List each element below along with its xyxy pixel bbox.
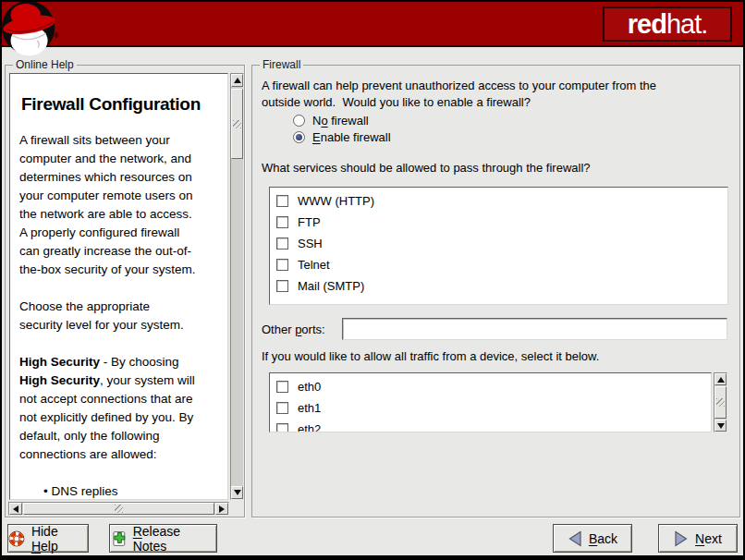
document-plus-icon: [110, 530, 127, 547]
service-label: SSH: [298, 237, 323, 250]
checkbox-icon[interactable]: [276, 381, 288, 393]
service-row[interactable]: FTP: [276, 212, 727, 233]
release-notes-label: Release Notes: [133, 524, 216, 554]
help-paragraph-3: High Security - By choosing High Securit…: [19, 353, 220, 464]
device-label: eth2: [298, 422, 321, 432]
other-ports-label: Other ports:: [262, 322, 325, 338]
help-title: Firewall Configuration: [21, 94, 220, 115]
service-label: Telnet: [298, 258, 330, 272]
vertical-scroll-thumb[interactable]: [714, 386, 727, 419]
device-label: eth1: [298, 401, 321, 415]
life-preserver-icon: [8, 530, 25, 547]
redhat-shadowman-icon: [2, 2, 60, 60]
service-row[interactable]: SSH: [276, 233, 727, 254]
service-label: FTP: [298, 215, 321, 229]
device-label: eth0: [298, 380, 321, 394]
wordmark-bold-text: red: [628, 9, 666, 40]
service-row[interactable]: Telnet: [276, 254, 727, 275]
wordmark-regular-text: hat.: [666, 9, 707, 40]
main-content: Online Help Firewall Configuration A fir…: [2, 47, 743, 555]
service-label: WWW (HTTP): [298, 194, 374, 208]
header-banner: redhat.: [2, 2, 743, 45]
radio-enable-firewall-label: Enable firewall: [312, 130, 391, 144]
service-row[interactable]: WWW (HTTP): [276, 190, 727, 212]
thumb-grip-icon: [716, 398, 725, 407]
online-help-frame-label: Online Help: [13, 58, 77, 71]
arrow-right-icon: [674, 530, 689, 547]
checkbox-icon[interactable]: [276, 237, 288, 250]
scroll-down-button[interactable]: [231, 486, 243, 499]
arrow-up-icon: [717, 377, 725, 383]
device-question-text: If you would like to allow all traffic f…: [262, 348, 599, 365]
registered-trademark: ®: [54, 31, 59, 40]
service-label: Mail (SMTP): [298, 279, 364, 293]
service-row[interactable]: Mail (SMTP): [276, 275, 727, 297]
help-bullet-item: • DNS replies: [19, 482, 220, 500]
next-button[interactable]: Next: [658, 524, 738, 553]
back-label: Back: [589, 531, 617, 546]
device-row[interactable]: eth2: [276, 419, 711, 432]
redhat-wordmark: redhat.: [603, 6, 732, 42]
installer-window: redhat. ® Online Help Firewall Configura…: [0, 0, 745, 560]
checkbox-icon[interactable]: [276, 280, 288, 292]
firewall-frame: Firewall A firewall can help prevent una…: [251, 65, 740, 517]
arrow-left-icon: [13, 505, 18, 513]
services-list[interactable]: WWW (HTTP) FTP SSH Telnet Mail (SMTP): [269, 187, 728, 305]
checkbox-icon[interactable]: [276, 423, 288, 432]
devices-list[interactable]: eth0 eth1 eth2: [269, 372, 712, 432]
checkbox-icon[interactable]: [276, 195, 288, 207]
release-notes-button[interactable]: Release Notes: [109, 524, 217, 553]
radio-button-icon[interactable]: [293, 131, 305, 143]
radio-enable-firewall[interactable]: Enable firewall: [293, 128, 391, 145]
device-row[interactable]: eth0: [276, 376, 711, 397]
help-vertical-scrollbar[interactable]: [230, 73, 244, 500]
help-paragraph-2: Choose the appropriate security level fo…: [19, 298, 220, 335]
other-ports-input[interactable]: [342, 318, 727, 340]
checkbox-icon[interactable]: [276, 216, 288, 228]
services-question-text: What services should be allowed to pass …: [262, 160, 591, 177]
devices-vertical-scrollbar[interactable]: [714, 372, 727, 432]
online-help-frame: Online Help Firewall Configuration A fir…: [5, 65, 245, 517]
scroll-left-button[interactable]: [9, 503, 22, 515]
thumb-grip-icon: [115, 505, 123, 513]
horizontal-scroll-thumb[interactable]: [23, 503, 214, 515]
back-button[interactable]: Back: [553, 524, 632, 553]
arrow-down-icon: [717, 423, 725, 429]
hide-help-label: Hide Help: [31, 524, 88, 554]
help-text-area: Firewall Configuration A firewall sits b…: [9, 73, 228, 500]
arrow-right-icon: [219, 505, 225, 513]
scroll-up-button[interactable]: [231, 74, 243, 87]
help-horizontal-scrollbar[interactable]: [8, 502, 229, 516]
thumb-grip-icon: [233, 120, 241, 128]
radio-button-icon[interactable]: [293, 115, 305, 127]
scroll-down-button[interactable]: [714, 420, 727, 432]
help-paragraph-1: A firewall sits between your computer an…: [19, 131, 220, 279]
scroll-right-button[interactable]: [215, 503, 228, 515]
vertical-scroll-thumb[interactable]: [231, 89, 243, 159]
radio-no-firewall[interactable]: No firewall: [293, 112, 369, 128]
device-row[interactable]: eth1: [276, 397, 711, 419]
hide-help-button[interactable]: Hide Help: [7, 524, 89, 553]
arrow-left-icon: [568, 530, 582, 547]
arrow-up-icon: [234, 78, 241, 83]
checkbox-icon[interactable]: [276, 402, 288, 414]
arrow-down-icon: [234, 490, 241, 495]
firewall-frame-label: Firewall: [260, 58, 303, 71]
radio-no-firewall-label: No firewall: [312, 114, 369, 128]
checkbox-icon[interactable]: [276, 259, 288, 271]
firewall-intro-text: A firewall can help prevent unauthorized…: [262, 78, 656, 111]
next-label: Next: [695, 531, 722, 546]
scroll-up-button[interactable]: [714, 373, 727, 385]
